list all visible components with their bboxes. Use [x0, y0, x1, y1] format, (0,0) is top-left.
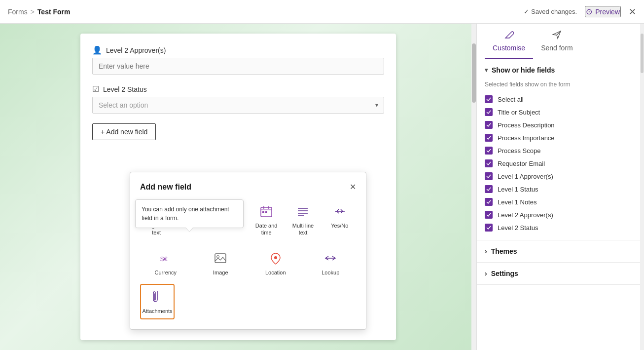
add-field-btn-container: + Add new field	[92, 123, 384, 140]
currency-label: Currency	[154, 269, 177, 276]
form-card: 👤 Level 2 Approver(s) ☑ Level 2 Status S…	[80, 34, 396, 340]
attachment-tooltip: You can add only one attachment field in…	[135, 199, 244, 228]
panel-tabs: Customise Send form	[477, 24, 644, 59]
checkbox-level2-approver[interactable]: Level 2 Approver(s)	[485, 208, 636, 221]
checkbox-level1-notes[interactable]: Level 1 Notes	[485, 195, 636, 208]
checkbox-sq-level2-approver	[485, 211, 493, 219]
field-type-date-time[interactable]: Date and time	[250, 199, 283, 240]
svg-rect-9	[262, 211, 264, 213]
chevron-right-icon-settings: ›	[485, 270, 487, 277]
right-panel: Customise Send form ▾ Show or hide field…	[476, 24, 644, 350]
popup-close-button[interactable]: ✕	[350, 182, 356, 192]
lookup-label: Lookup	[322, 269, 339, 276]
checkbox-list: Select all Title or Subject	[477, 93, 644, 240]
check-circle-icon: ☑	[92, 84, 99, 94]
checkbox-sq-title	[485, 108, 493, 116]
checkbox-sq-select-all	[485, 95, 493, 103]
image-icon	[213, 250, 228, 266]
process-scope-label: Process Scope	[498, 147, 540, 155]
show-hide-section: ▾ Show or hide fields Selected fields sh…	[477, 59, 644, 240]
field-type-multi-line[interactable]: Multi line text	[286, 199, 319, 240]
level2-approver-label: Level 2 Approver(s)	[498, 211, 553, 219]
datetime-icon	[258, 203, 274, 219]
tab-send-form[interactable]: Send form	[533, 24, 581, 59]
multiline-label: Multi line text	[288, 222, 317, 236]
yesno-icon	[332, 203, 348, 219]
send-form-icon	[552, 30, 562, 42]
checkbox-process-imp[interactable]: Process Importance	[485, 131, 636, 144]
checkbox-level1-status[interactable]: Level 1 Status	[485, 183, 636, 195]
topbar: Forms > Test Form ✓ Saved changes. ⊙ Pre…	[0, 0, 644, 24]
checkbox-process-scope[interactable]: Process Scope	[485, 144, 636, 157]
level1-approver-label: Level 1 Approver(s)	[498, 173, 553, 180]
location-icon	[268, 250, 284, 266]
svg-rect-10	[265, 211, 267, 213]
approver-input[interactable]	[92, 58, 384, 75]
chevron-down-icon: ▾	[375, 102, 378, 109]
breadcrumb-forms[interactable]: Forms	[8, 8, 28, 16]
chevron-right-icon: ›	[485, 247, 487, 255]
status-select-wrapper: Select an option ▾	[92, 97, 384, 114]
attachment-icon	[149, 289, 165, 305]
approver-label: 👤 Level 2 Approver(s)	[92, 45, 384, 55]
status-select[interactable]: Select an option	[92, 97, 384, 114]
breadcrumb-title: Test Form	[37, 8, 71, 16]
checkbox-select-all[interactable]: Select all	[485, 93, 636, 106]
preview-button[interactable]: ⊙ Preview	[585, 6, 621, 17]
multiline-icon	[295, 203, 311, 219]
check-icon: ✓	[524, 8, 529, 15]
show-hide-subtext: Selected fields show on the form	[477, 81, 644, 93]
checkbox-sq-requestor-email	[485, 159, 493, 167]
field-type-yes-no[interactable]: Yes/No	[323, 199, 356, 240]
themes-header[interactable]: › Themes	[477, 240, 644, 262]
checkbox-process-desc[interactable]: Process Description	[485, 118, 636, 131]
form-scroll: 👤 Level 2 Approver(s) ☑ Level 2 Status S…	[0, 24, 476, 350]
checkbox-sq-process-scope	[485, 147, 493, 155]
customise-icon	[504, 30, 514, 42]
checkbox-sq-level1-approver	[485, 172, 493, 180]
breadcrumb: Forms > Test Form	[8, 8, 71, 16]
checkbox-sq-process-imp	[485, 134, 493, 142]
process-desc-label: Process Description	[498, 121, 555, 129]
field-type-attachments[interactable]: Attachments	[140, 284, 175, 319]
field-type-image[interactable]: Image	[195, 246, 247, 280]
checkbox-sq-level1-notes	[485, 198, 493, 206]
select-all-label: Select all	[498, 96, 524, 103]
checkbox-sq-process-desc	[485, 121, 493, 129]
field-type-currency[interactable]: $€ Currency	[140, 246, 191, 280]
yesno-label: Yes/No	[331, 222, 348, 229]
field-type-location[interactable]: Location	[250, 246, 301, 280]
level1-notes-label: Level 1 Notes	[498, 198, 537, 206]
approver-field-group: 👤 Level 2 Approver(s)	[92, 45, 384, 75]
settings-header[interactable]: › Settings	[477, 263, 644, 284]
checkbox-title[interactable]: Title or Subject	[485, 106, 636, 118]
currency-icon: $€	[158, 250, 174, 266]
lookup-icon	[322, 250, 338, 266]
field-type-lookup[interactable]: Lookup	[305, 246, 357, 280]
popup-header: Add new field ✕	[140, 182, 356, 192]
chevron-down-icon: ▾	[485, 67, 488, 74]
attachment-row: Attachments	[140, 284, 356, 319]
popup-title: Add new field	[140, 183, 191, 192]
main-layout: 👤 Level 2 Approver(s) ☑ Level 2 Status S…	[0, 24, 644, 350]
checkbox-sq-level1-status	[485, 185, 493, 193]
panel-content: ▾ Show or hide fields Selected fields sh…	[477, 59, 644, 350]
svg-rect-17	[215, 254, 226, 263]
close-button[interactable]: ✕	[629, 6, 636, 17]
level2-status-label: Level 2 Status	[498, 224, 538, 232]
tab-customise[interactable]: Customise	[485, 24, 533, 59]
status-label: ☑ Level 2 Status	[92, 84, 384, 94]
topbar-actions: ✓ Saved changes. ⊙ Preview ✕	[524, 6, 636, 17]
show-hide-header[interactable]: ▾ Show or hide fields	[477, 59, 644, 81]
checkbox-level2-status[interactable]: Level 2 Status	[485, 221, 636, 234]
preview-icon: ⊙	[586, 7, 592, 16]
svg-point-19	[274, 256, 277, 259]
image-label: Image	[213, 269, 228, 276]
checkbox-requestor-email[interactable]: Requestor Email	[485, 157, 636, 170]
add-new-field-button[interactable]: + Add new field	[92, 123, 156, 140]
scroll-thumb[interactable]	[472, 43, 476, 103]
level1-status-label: Level 1 Status	[498, 186, 538, 193]
breadcrumb-separator: >	[31, 8, 35, 16]
scroll-track	[471, 24, 476, 350]
checkbox-level1-approver[interactable]: Level 1 Approver(s)	[485, 170, 636, 183]
